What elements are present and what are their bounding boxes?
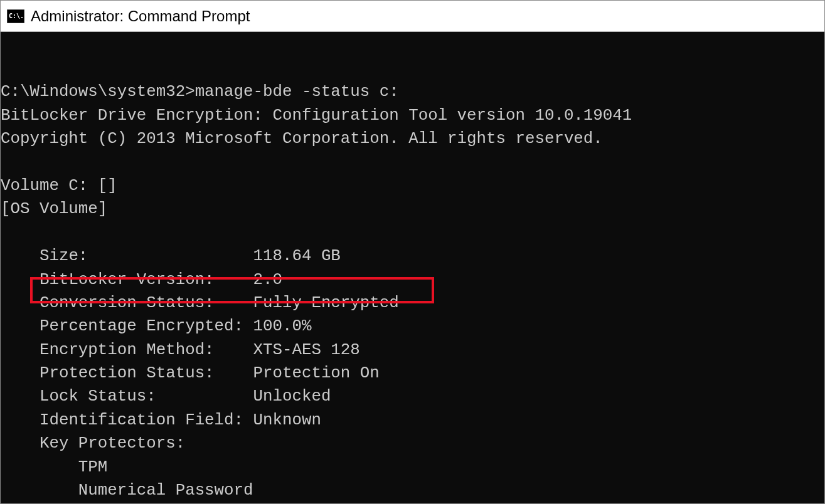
lock-status-value: Unlocked bbox=[253, 387, 331, 406]
cmd-icon: C:\. bbox=[7, 9, 24, 23]
lock-status-label: Lock Status: bbox=[40, 387, 243, 406]
volume-line: Volume C: [] bbox=[1, 177, 117, 195]
key-protectors-label: Key Protectors: bbox=[40, 434, 185, 453]
key-protector-item: TPM bbox=[78, 458, 107, 476]
conversion-status-value: Fully Encrypted bbox=[253, 294, 399, 312]
conversion-status-label: Conversion Status: bbox=[40, 294, 243, 312]
protection-status-value: Protection On bbox=[253, 364, 380, 382]
identification-field-value: Unknown bbox=[253, 411, 321, 429]
window-title: Administrator: Command Prompt bbox=[31, 8, 250, 25]
percentage-encrypted-label: Percentage Encrypted: bbox=[40, 317, 243, 335]
svg-text:C:\.: C:\. bbox=[9, 13, 24, 19]
encryption-method-value: XTS-AES 128 bbox=[253, 341, 360, 359]
terminal-area[interactable]: C:\Windows\system32>manage-bde -status c… bbox=[1, 32, 824, 503]
key-protector-item: Numerical Password bbox=[78, 481, 253, 500]
header-line-1: BitLocker Drive Encryption: Configuratio… bbox=[1, 107, 632, 125]
identification-field-label: Identification Field: bbox=[40, 411, 243, 429]
encryption-method-label: Encryption Method: bbox=[40, 341, 243, 359]
command: manage-bde -status c: bbox=[195, 83, 399, 101]
bitlocker-version-label: BitLocker Version: bbox=[40, 271, 243, 289]
volume-type: [OS Volume] bbox=[1, 200, 107, 218]
size-label: Size: bbox=[40, 247, 243, 265]
bitlocker-version-value: 2.0 bbox=[253, 271, 282, 289]
percentage-encrypted-value: 100.0% bbox=[253, 317, 312, 335]
size-value: 118.64 GB bbox=[253, 247, 341, 265]
protection-status-label: Protection Status: bbox=[40, 364, 243, 382]
header-line-2: Copyright (C) 2013 Microsoft Corporation… bbox=[1, 130, 603, 148]
prompt: C:\Windows\system32> bbox=[1, 83, 195, 101]
title-bar: C:\. Administrator: Command Prompt bbox=[1, 1, 824, 32]
